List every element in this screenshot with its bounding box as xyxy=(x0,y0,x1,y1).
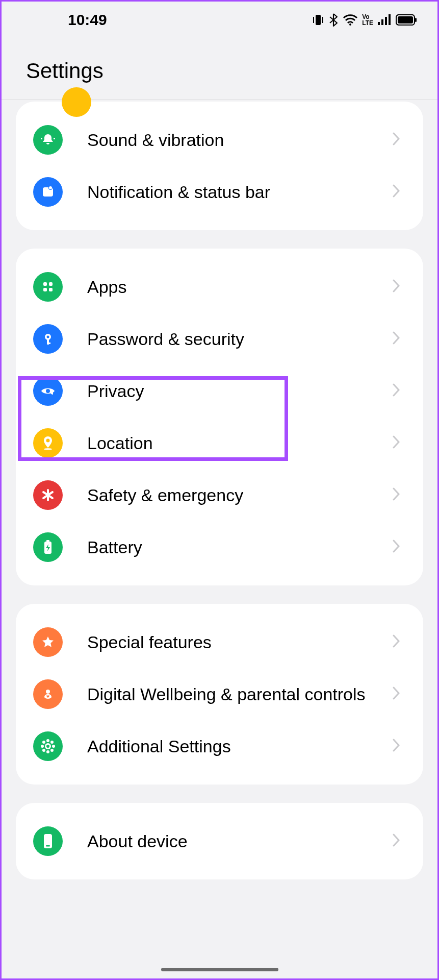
row-label: Notification & status bar xyxy=(87,181,392,203)
chevron-right-icon xyxy=(392,538,406,556)
row-privacy[interactable]: Privacy xyxy=(16,365,423,417)
row-label: Special features xyxy=(87,631,392,653)
row-label: Location xyxy=(87,432,392,454)
row-label: Sound & vibration xyxy=(87,129,392,151)
row-label: Digital Wellbeing & parental controls xyxy=(87,683,392,705)
chevron-right-icon xyxy=(392,131,406,149)
screenshot-frame: 10:49 VoLTE xyxy=(0,0,439,980)
heart-icon xyxy=(33,679,63,709)
svg-rect-44 xyxy=(46,845,50,847)
grid-icon xyxy=(33,272,63,302)
svg-rect-18 xyxy=(43,288,47,291)
chevron-right-icon xyxy=(392,382,406,400)
svg-point-36 xyxy=(41,745,44,748)
svg-point-26 xyxy=(44,448,52,450)
status-time: 10:49 xyxy=(68,11,107,29)
svg-point-37 xyxy=(52,745,55,748)
row-safety-emergency[interactable]: Safety & emergency xyxy=(16,469,423,521)
chevron-right-icon xyxy=(392,633,406,651)
svg-rect-5 xyxy=(381,19,383,25)
svg-point-40 xyxy=(42,749,45,752)
svg-point-35 xyxy=(46,750,49,753)
svg-point-3 xyxy=(349,23,351,26)
row-label: Apps xyxy=(87,276,392,298)
bell-icon xyxy=(33,125,63,155)
chevron-right-icon xyxy=(392,685,406,703)
wifi-icon xyxy=(343,14,358,26)
row-label: Safety & emergency xyxy=(87,484,392,506)
row-battery[interactable]: Battery xyxy=(16,521,423,573)
chevron-right-icon xyxy=(392,738,406,755)
asterisk-icon xyxy=(33,480,63,510)
svg-point-24 xyxy=(46,389,50,393)
svg-point-42 xyxy=(46,745,49,748)
svg-rect-16 xyxy=(43,282,47,286)
bluetooth-icon xyxy=(328,13,339,27)
svg-rect-4 xyxy=(378,22,380,25)
svg-rect-9 xyxy=(398,16,413,23)
status-icons: VoLTE xyxy=(312,13,417,27)
svg-point-15 xyxy=(49,186,52,189)
row-special-features[interactable]: Special features xyxy=(16,616,423,668)
svg-rect-10 xyxy=(415,18,417,22)
chevron-right-icon xyxy=(392,278,406,296)
gear-flower-icon xyxy=(33,731,63,761)
svg-rect-1 xyxy=(313,17,314,23)
row-about-device[interactable]: About device xyxy=(16,815,423,867)
settings-group-4: About device xyxy=(16,803,423,879)
phone-icon xyxy=(33,826,63,856)
svg-rect-31 xyxy=(46,540,49,542)
svg-point-41 xyxy=(50,749,54,752)
settings-group-3: Special features Digital Wellbeing & par… xyxy=(16,604,423,785)
battery-item-icon xyxy=(33,532,63,562)
chevron-right-icon xyxy=(392,434,406,452)
chevron-right-icon xyxy=(392,330,406,348)
svg-rect-17 xyxy=(49,282,53,286)
settings-group-2: Apps Password & security xyxy=(16,249,423,585)
row-additional-settings[interactable]: Additional Settings xyxy=(16,720,423,772)
row-sound-vibration[interactable]: Sound & vibration xyxy=(16,114,423,166)
chevron-right-icon xyxy=(392,832,406,850)
chevron-right-icon xyxy=(392,486,406,504)
svg-rect-11 xyxy=(41,138,42,139)
phone-viewport: 10:49 VoLTE xyxy=(2,2,437,978)
signal-icon xyxy=(377,14,392,26)
row-label: Privacy xyxy=(87,380,392,402)
row-password-security[interactable]: Password & security xyxy=(16,313,423,365)
row-label: Battery xyxy=(87,536,392,558)
settings-group-1: Sound & vibration Notification & status … xyxy=(16,102,423,230)
svg-point-25 xyxy=(46,439,50,443)
settings-scroll[interactable]: Sound & vibration Notification & status … xyxy=(2,106,437,978)
battery-icon xyxy=(396,14,417,26)
row-label: About device xyxy=(87,830,392,852)
star-icon xyxy=(33,627,63,657)
volte-icon: VoLTE xyxy=(362,14,373,26)
panel-icon xyxy=(33,177,63,207)
eye-icon xyxy=(33,376,63,406)
svg-rect-0 xyxy=(316,15,321,25)
row-apps[interactable]: Apps xyxy=(16,261,423,313)
svg-rect-7 xyxy=(389,14,391,25)
partial-row-icon xyxy=(62,87,91,117)
svg-point-38 xyxy=(42,741,45,744)
key-icon xyxy=(33,324,63,354)
chevron-right-icon xyxy=(392,183,406,201)
pin-icon xyxy=(33,428,63,458)
vibrate-icon xyxy=(312,13,324,27)
svg-point-32 xyxy=(46,690,50,694)
svg-point-34 xyxy=(46,739,49,742)
row-label: Additional Settings xyxy=(87,736,392,757)
svg-rect-6 xyxy=(385,17,387,25)
svg-rect-2 xyxy=(322,17,323,23)
status-bar: 10:49 VoLTE xyxy=(2,2,437,38)
page-title: Settings xyxy=(26,59,437,83)
svg-point-39 xyxy=(50,741,54,744)
svg-rect-19 xyxy=(49,288,53,291)
row-notification-status-bar[interactable]: Notification & status bar xyxy=(16,166,423,218)
home-indicator[interactable] xyxy=(161,968,278,971)
row-label: Password & security xyxy=(87,328,392,350)
svg-point-21 xyxy=(47,336,49,338)
row-digital-wellbeing[interactable]: Digital Wellbeing & parental controls xyxy=(16,668,423,720)
svg-rect-23 xyxy=(47,342,50,344)
row-location[interactable]: Location xyxy=(16,417,423,469)
